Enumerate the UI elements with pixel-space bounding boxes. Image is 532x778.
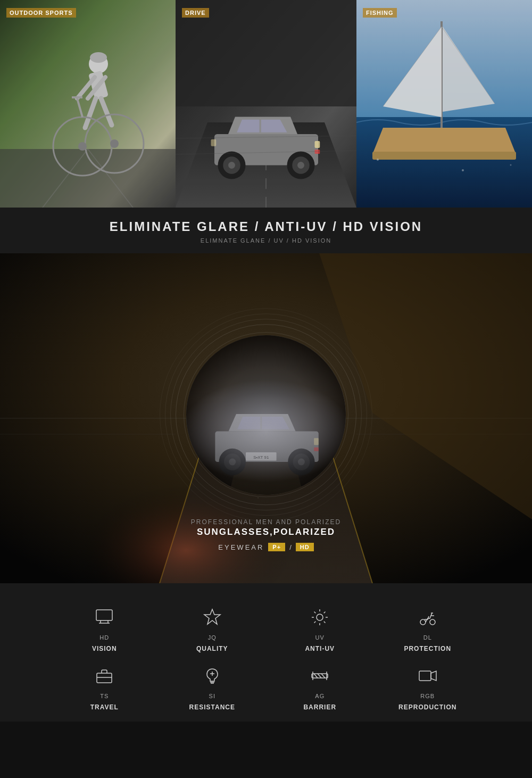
svg-marker-65 (262, 417, 289, 429)
svg-marker-80 (204, 609, 220, 624)
feature-code-ag: AG (315, 693, 325, 699)
feature-travel: TS TRAVEL (53, 663, 156, 711)
svg-point-70 (293, 453, 310, 470)
eyewear-divider: / (289, 543, 292, 551)
hero-section: S•XT 91 PROFESSIONAL MEN AND POLARIZED S… (0, 253, 532, 583)
svg-point-81 (317, 614, 323, 620)
feature-barrier: AG BARRIER (269, 663, 371, 711)
svg-rect-76 (96, 610, 112, 620)
svg-line-86 (314, 612, 316, 614)
svg-rect-60 (186, 335, 346, 495)
eyewear-label: EYEWEAR (218, 543, 264, 551)
feature-label-anti-uv: ANTI-UV (305, 645, 335, 652)
svg-rect-74 (246, 452, 277, 461)
feature-code-uv: UV (315, 634, 325, 641)
sunglasses-text: SUNGLASSES,POLARIZED (0, 527, 532, 537)
professional-text: PROFESSIONAL MEN AND POLARIZED (0, 518, 532, 526)
feature-label-travel: TRAVEL (90, 703, 119, 711)
eyewear-badge-p: P+ (268, 543, 285, 551)
text-banner: ELIMINATE GLARE / ANTI-UV / HD VISION EL… (0, 208, 532, 253)
svg-point-69 (288, 449, 314, 475)
svg-rect-62 (215, 431, 318, 462)
feature-label-protection: PROTECTION (404, 645, 451, 652)
monitor-icon (92, 605, 117, 630)
features-grid: HD VISION JQ QUALITY (53, 605, 479, 711)
svg-point-67 (224, 453, 241, 470)
feature-code-si: SI (209, 693, 215, 699)
svg-rect-94 (97, 673, 112, 683)
feature-code-ts: TS (100, 693, 109, 699)
svg-rect-72 (314, 438, 319, 445)
svg-point-71 (298, 459, 305, 466)
star-icon (200, 605, 225, 630)
svg-marker-64 (237, 417, 260, 429)
svg-rect-73 (314, 448, 319, 451)
feature-code-hd: HD (99, 634, 109, 641)
feature-label-resistance: RESISTANCE (189, 703, 235, 711)
banner-main-text: ELIMINATE GLARE / ANTI-UV / HD VISION (0, 219, 532, 234)
svg-marker-61 (229, 431, 303, 495)
feature-reproduction: RGB REPRODUCTION (377, 663, 479, 711)
feature-code-dl: DL (423, 634, 432, 641)
feature-anti-uv: UV ANTI-UV (269, 605, 371, 652)
svg-point-66 (219, 449, 246, 475)
features-section: HD VISION JQ QUALITY (0, 583, 532, 722)
svg-line-101 (314, 674, 318, 678)
svg-text:S•XT 91: S•XT 91 (253, 455, 269, 460)
scooter-icon (415, 605, 440, 630)
feature-label-quality: QUALITY (196, 645, 228, 652)
feature-quality: JQ QUALITY (161, 605, 264, 652)
svg-line-102 (318, 674, 321, 678)
svg-point-90 (420, 619, 426, 625)
feature-resistance: SI RESISTANCE (161, 663, 264, 711)
svg-line-87 (324, 622, 326, 623)
lightbulb-icon (200, 663, 225, 689)
svg-line-88 (324, 612, 326, 614)
video-icon (415, 663, 440, 689)
feature-label-reproduction: REPRODUCTION (398, 703, 456, 711)
svg-marker-63 (229, 414, 296, 431)
svg-marker-107 (431, 671, 436, 681)
outdoor-sports-label: OUTDOOR SPORTS (10, 10, 73, 16)
drive-panel: DRIVE (176, 0, 356, 208)
hero-bottom-text: PROFESSIONAL MEN AND POLARIZED SUNGLASSE… (0, 518, 532, 551)
feature-label-barrier: BARRIER (303, 703, 336, 711)
feature-protection: DL PROTECTION (377, 605, 479, 652)
svg-rect-106 (419, 671, 431, 681)
svg-point-91 (430, 619, 435, 625)
feature-label-vision: VISION (92, 645, 117, 652)
drive-label: DRIVE (185, 10, 206, 16)
hero-car-lens: S•XT 91 (186, 335, 346, 495)
eyewear-row: EYEWEAR P+ / HD (0, 543, 532, 551)
outdoor-sports-panel: OUTDOOR SPORTS (0, 0, 176, 208)
svg-line-89 (314, 622, 316, 623)
svg-point-68 (229, 459, 236, 466)
banner-sub-text: ELIMNATE GLANE / UV / HD VISION (0, 237, 532, 244)
fishing-panel: FISHING (356, 0, 532, 208)
sun-icon (307, 605, 332, 630)
feature-code-rgb: RGB (420, 693, 435, 699)
briefcase-icon (92, 663, 117, 689)
top-panels: OUTDOOR SPORTS (0, 0, 532, 208)
barrier-icon (307, 663, 332, 689)
feature-hd-vision: HD VISION (53, 605, 156, 652)
eyewear-badge-hd: HD (296, 543, 314, 551)
fishing-label: FISHING (366, 10, 394, 16)
svg-line-103 (321, 674, 325, 678)
feature-code-jq: JQ (208, 634, 217, 641)
